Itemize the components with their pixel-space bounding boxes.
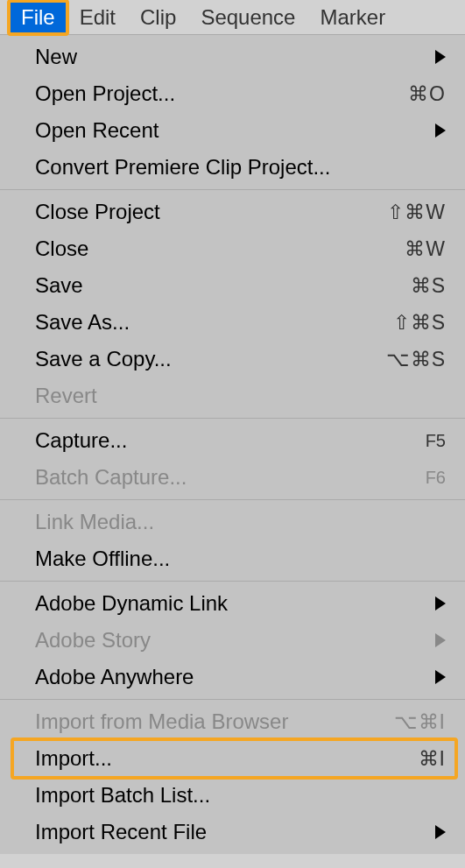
batch-capture-shortcut: F6 [426, 468, 446, 488]
menu-import-recent-label: Import Recent File [35, 820, 207, 844]
menu-open-recent[interactable]: Open Recent [0, 112, 465, 149]
menu-section-3: Capture... F5 Batch Capture... F6 [0, 419, 465, 500]
menu-adobe-anywhere[interactable]: Adobe Anywhere [0, 659, 465, 695]
menu-import-batch-label: Import Batch List... [35, 783, 210, 808]
menu-close-project[interactable]: Close Project ⇧⌘W [0, 194, 465, 230]
submenu-arrow-icon [435, 670, 446, 684]
menu-import-media-browser: Import from Media Browser ⌥⌘I [0, 703, 465, 740]
file-dropdown: New Open Project... ⌘O Open Recent Conve… [0, 35, 465, 854]
menubar-edit[interactable]: Edit [67, 1, 128, 34]
menu-close-label: Close [35, 236, 88, 261]
menu-capture[interactable]: Capture... F5 [0, 422, 465, 459]
menu-open-recent-label: Open Recent [35, 118, 159, 143]
menu-revert: Revert [0, 378, 465, 414]
menubar-file[interactable]: File [9, 1, 67, 34]
menu-import-label: Import... [35, 746, 112, 771]
menu-save-copy[interactable]: Save a Copy... ⌥⌘S [0, 341, 465, 378]
menu-save[interactable]: Save ⌘S [0, 267, 465, 304]
menu-link-media: Link Media... [0, 504, 465, 540]
menu-adobe-story-label: Adobe Story [35, 628, 151, 653]
menu-adobe-dynamic[interactable]: Adobe Dynamic Link [0, 585, 465, 622]
menu-adobe-dynamic-label: Adobe Dynamic Link [35, 591, 228, 616]
menubar-marker[interactable]: Marker [307, 1, 398, 34]
menu-new[interactable]: New [0, 39, 465, 75]
menubar: File Edit Clip Sequence Marker [0, 0, 465, 35]
menu-open-project[interactable]: Open Project... ⌘O [0, 75, 465, 112]
file-menu-highlight: File [9, 1, 67, 34]
menu-new-label: New [35, 45, 77, 69]
menu-import[interactable]: Import... ⌘I [0, 740, 465, 777]
menu-convert-premiere-label: Convert Premiere Clip Project... [35, 155, 330, 180]
menu-convert-premiere[interactable]: Convert Premiere Clip Project... [0, 149, 465, 186]
menu-import-recent[interactable]: Import Recent File [0, 814, 465, 850]
menu-adobe-story: Adobe Story [0, 622, 465, 659]
menu-make-offline[interactable]: Make Offline... [0, 540, 465, 577]
submenu-arrow-icon [435, 633, 446, 647]
menu-section-6: Import from Media Browser ⌥⌘I Import... … [0, 700, 465, 854]
menu-batch-capture-label: Batch Capture... [35, 465, 187, 490]
menu-section-4: Link Media... Make Offline... [0, 500, 465, 582]
menu-adobe-anywhere-label: Adobe Anywhere [35, 665, 194, 689]
import-shortcut: ⌘I [419, 747, 446, 771]
submenu-arrow-icon [435, 825, 446, 839]
menu-section-5: Adobe Dynamic Link Adobe Story Adobe Any… [0, 582, 465, 700]
menu-import-batch[interactable]: Import Batch List... [0, 777, 465, 814]
menu-revert-label: Revert [35, 384, 97, 408]
submenu-arrow-icon [435, 50, 446, 64]
menu-save-as-label: Save As... [35, 310, 130, 335]
menubar-clip[interactable]: Clip [128, 1, 188, 34]
menu-make-offline-label: Make Offline... [35, 547, 170, 571]
menu-capture-label: Capture... [35, 428, 127, 453]
menu-link-media-label: Link Media... [35, 510, 154, 534]
submenu-arrow-icon [435, 123, 446, 138]
menu-save-as[interactable]: Save As... ⇧⌘S [0, 304, 465, 341]
save-copy-shortcut: ⌥⌘S [386, 348, 446, 371]
submenu-arrow-icon [435, 596, 446, 610]
menu-batch-capture: Batch Capture... F6 [0, 459, 465, 496]
menu-section-1: New Open Project... ⌘O Open Recent Conve… [0, 35, 465, 190]
close-shortcut: ⌘W [405, 237, 446, 261]
menu-close[interactable]: Close ⌘W [0, 230, 465, 267]
menu-close-project-label: Close Project [35, 200, 160, 224]
menu-save-copy-label: Save a Copy... [35, 347, 172, 371]
menubar-sequence[interactable]: Sequence [188, 1, 307, 34]
capture-shortcut: F5 [426, 431, 446, 451]
menu-section-2: Close Project ⇧⌘W Close ⌘W Save ⌘S Save … [0, 190, 465, 419]
save-shortcut: ⌘S [411, 274, 446, 298]
import-media-browser-shortcut: ⌥⌘I [394, 710, 446, 734]
save-as-shortcut: ⇧⌘S [393, 311, 446, 335]
menu-save-label: Save [35, 273, 83, 298]
menu-open-project-label: Open Project... [35, 81, 175, 106]
menu-import-media-browser-label: Import from Media Browser [35, 709, 288, 734]
open-project-shortcut: ⌘O [408, 82, 446, 106]
close-project-shortcut: ⇧⌘W [387, 201, 446, 224]
